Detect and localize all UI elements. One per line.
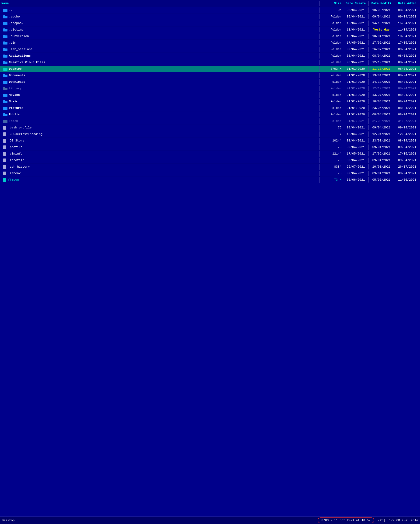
table-row[interactable]: .adobeFolder09/04/202109/04/202109/04/20…	[0, 14, 420, 20]
file-name: ..	[9, 9, 13, 12]
col-size: Folder	[320, 34, 343, 39]
table-row[interactable]: PublicFolder01/01/202008/04/202108/04/20…	[0, 111, 420, 118]
table-row[interactable]: TrashFolder31/07/202131/08/202131/07/202…	[0, 118, 420, 124]
folder-icon	[3, 22, 8, 25]
svg-rect-44	[3, 139, 6, 143]
folder-icon	[3, 80, 8, 84]
col-added: 17/05/2021	[394, 40, 420, 45]
table-row[interactable]: .subversionFolder10/04/202110/04/202110/…	[0, 33, 420, 40]
svg-rect-3	[3, 15, 5, 16]
header-added[interactable]: Date Added	[394, 1, 420, 6]
col-modified: 09/04/2021	[369, 125, 394, 130]
col-modified: 10/04/2021	[369, 34, 394, 39]
file-name: .dropbox	[9, 21, 23, 25]
svg-rect-23	[3, 81, 5, 82]
file-list: ..Up08/04/202110/08/202108/04/2021 .adob…	[0, 7, 420, 516]
col-added: 11/04/2021	[394, 27, 420, 32]
file-name: Public	[9, 113, 20, 116]
table-row[interactable]: MusicFolder01/01/202010/04/202108/04/202…	[0, 98, 420, 105]
table-row[interactable]: .dropboxFolder15/04/202114/10/202115/04/…	[0, 20, 420, 26]
col-modified: 09/04/2021	[369, 157, 394, 163]
col-name: Public	[2, 112, 320, 117]
file-name: Documents	[9, 74, 25, 77]
table-row[interactable]: .zshenv7509/04/202109/04/202109/04/2021	[0, 170, 420, 177]
table-row[interactable]: Creative Cloud FilesFolder08/04/202112/1…	[0, 59, 420, 66]
file-name: Library	[9, 87, 22, 90]
col-modified: 09/04/2021	[369, 145, 394, 150]
table-row[interactable]: MoviesFolder01/01/202013/07/202108/04/20…	[0, 92, 420, 98]
table-row[interactable]: .viminfo1214417/05/202117/05/202117/05/2…	[0, 151, 420, 157]
table-row[interactable]: .bash_profile7509/04/202109/04/202109/04…	[0, 124, 420, 131]
table-row[interactable]: ApplicationsFolder08/04/202108/04/202108…	[0, 53, 420, 59]
table-row[interactable]: PicturesFolder01/01/202023/05/202108/04/…	[0, 105, 420, 111]
col-size: Folder	[320, 112, 343, 117]
table-row[interactable]: DownloadsFolder01/01/202014/10/202108/04…	[0, 79, 420, 85]
col-modified: 12/10/2021	[369, 60, 394, 65]
col-name: .bash_profile	[2, 125, 320, 131]
col-size: Folder	[320, 47, 343, 52]
table-row[interactable]: ..Up08/04/202110/08/202108/04/2021	[0, 7, 420, 14]
header-name[interactable]: Name	[0, 1, 320, 6]
col-size: Folder	[320, 60, 343, 65]
svg-rect-31	[3, 107, 5, 108]
table-row[interactable]: Desktop8703 M01/01/202011/10/202108/04/2…	[0, 66, 420, 72]
col-created: 08/04/2021	[343, 53, 369, 59]
file-name: .profile	[8, 145, 22, 149]
col-modified: 13/07/2021	[369, 92, 394, 98]
folder-icon	[3, 67, 8, 71]
svg-rect-1	[3, 9, 5, 10]
col-added: 09/04/2021	[394, 171, 420, 176]
table-row[interactable]: .profile7509/04/202109/04/202109/04/2021	[0, 144, 420, 151]
file-icon	[3, 178, 7, 182]
file-icon	[3, 145, 7, 149]
table-row[interactable]: .zprofile7509/04/202109/04/202109/04/202…	[0, 157, 420, 164]
folder-icon	[3, 28, 8, 31]
table-row[interactable]: .CFUserTextEncoding712/04/202112/04/2021…	[0, 131, 420, 138]
col-modified: 08/04/2021	[369, 53, 394, 59]
col-size: 12144	[320, 151, 343, 157]
table-row[interactable]: .zsh_history838426/07/202110/08/202126/0…	[0, 164, 420, 170]
header-created[interactable]: Date Create	[343, 1, 369, 6]
col-modified: Yesterday	[369, 27, 394, 32]
col-added: 08/04/2021	[394, 99, 420, 104]
col-created: 01/01/2020	[343, 86, 369, 91]
col-added: 09/04/2021	[394, 125, 420, 130]
col-name: ..	[2, 8, 320, 13]
col-created: 09/04/2021	[343, 171, 369, 176]
table-row[interactable]: .vimFolder17/05/202117/05/202117/05/2021	[0, 40, 420, 46]
svg-rect-35	[3, 120, 5, 121]
col-name: .dropbox	[2, 20, 320, 26]
svg-rect-15	[3, 54, 5, 55]
col-name: Downloads	[2, 79, 320, 85]
table-row[interactable]: DocumentsFolder01/01/202013/04/202108/04…	[0, 72, 420, 79]
col-added: 08/04/2021	[394, 66, 420, 71]
folder-icon	[3, 74, 8, 77]
col-modified: 09/04/2021	[369, 171, 394, 176]
status-count: (26)	[376, 518, 387, 523]
col-size: 8384	[320, 164, 343, 169]
svg-rect-5	[3, 22, 5, 23]
col-modified: 10/08/2021	[369, 164, 394, 169]
col-modified: 14/10/2021	[369, 20, 394, 26]
table-row[interactable]: .zsh_sessionsFolder09/04/202126/07/20210…	[0, 46, 420, 53]
col-added: 08/04/2021	[394, 73, 420, 78]
col-modified: 05/06/2021	[369, 177, 394, 183]
file-icon	[3, 139, 7, 143]
table-row[interactable]: LibraryFolder01/01/202012/10/202108/04/2…	[0, 85, 420, 92]
col-created: 10/04/2021	[343, 34, 369, 39]
table-row[interactable]: .pictimeFolder11/04/2021Yesterday11/04/2…	[0, 26, 420, 33]
col-added: 10/04/2021	[394, 34, 420, 39]
col-modified: 12/10/2021	[369, 86, 394, 91]
col-created: 01/01/2020	[343, 99, 369, 104]
header-modified[interactable]: Date Modifi	[369, 1, 394, 6]
svg-rect-36	[3, 126, 6, 130]
file-icon	[3, 126, 7, 130]
header-size[interactable]: Size	[320, 1, 343, 6]
table-row[interactable]: ffmpeg73 M05/06/202105/06/202111/06/2021	[0, 177, 420, 183]
col-created: 09/04/2021	[343, 47, 369, 52]
col-modified: 17/05/2021	[369, 40, 394, 45]
col-name: .DS_Store	[2, 138, 320, 144]
table-row[interactable]: .DS_Store1024408/04/202123/08/202108/04/…	[0, 138, 420, 144]
col-size: 73 M	[320, 177, 343, 183]
folder-icon	[3, 41, 8, 44]
